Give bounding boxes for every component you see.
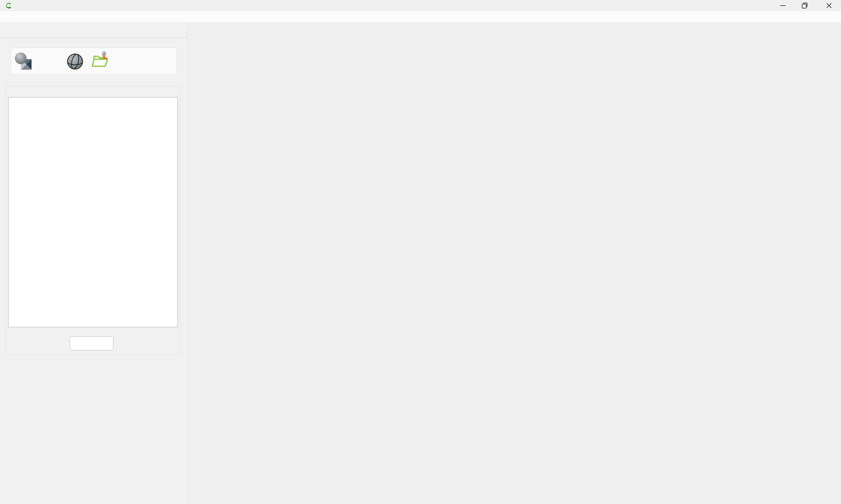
application-window <box>0 0 841 504</box>
title-bar <box>0 0 841 11</box>
components-listbox[interactable] <box>8 97 178 327</box>
import-component-icon[interactable] <box>90 51 111 71</box>
canvas-svg[interactable] <box>189 22 841 504</box>
components-groupbox <box>6 86 181 355</box>
restore-button[interactable] <box>796 0 813 11</box>
tab-divider <box>0 37 187 38</box>
show-3d-button[interactable] <box>70 336 113 350</box>
design-canvas[interactable] <box>189 22 841 504</box>
carbide-create-logo-icon <box>5 1 13 10</box>
model-toolbar <box>11 48 177 75</box>
add-shape-component-icon[interactable] <box>14 51 34 71</box>
sphere-array-icon[interactable] <box>39 51 59 71</box>
left-panel <box>0 22 187 504</box>
wireframe-sphere-icon[interactable] <box>65 51 85 71</box>
menu-bar <box>0 11 841 22</box>
close-button[interactable] <box>821 0 838 11</box>
minimize-button[interactable] <box>774 0 791 11</box>
